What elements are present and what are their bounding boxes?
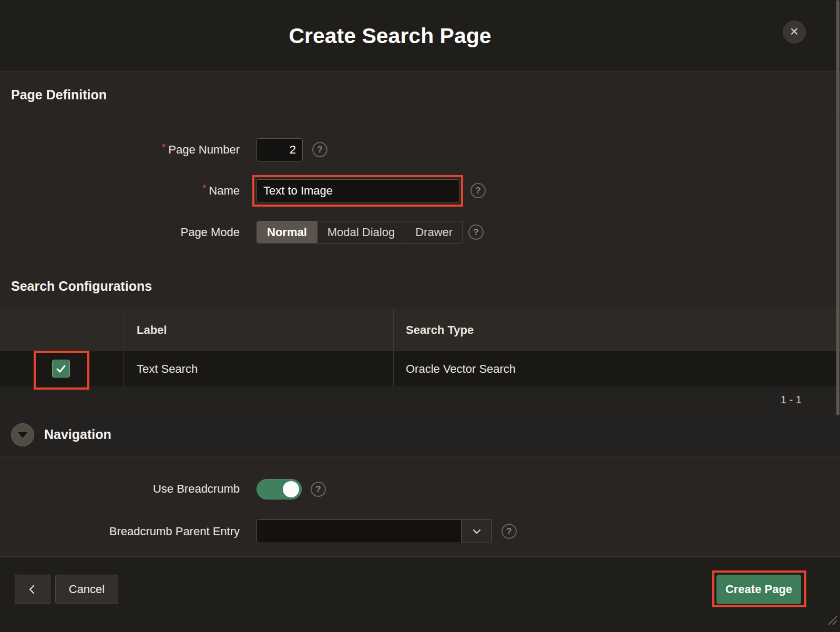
triangle-down-icon [18,432,27,438]
name-label: *Name [202,179,240,203]
resize-grip[interactable] [822,610,838,626]
scrollbar-thumb[interactable] [836,0,839,415]
table-row: Text Search Oracle Vector Search [0,351,840,386]
required-asterisk: * [202,177,206,200]
page-number-input[interactable] [257,138,303,161]
use-breadcrumb-label: Use Breadcrumb [153,477,240,501]
question-mark-icon: ? [506,526,511,537]
help-icon-use-breadcrumb[interactable]: ? [311,482,326,497]
page-definition-heading: Page Definition [0,72,840,118]
navigation-heading: Navigation [44,413,111,456]
divider [393,309,394,386]
question-mark-icon: ? [317,145,322,155]
help-icon-page-number[interactable]: ? [312,142,327,157]
cancel-button[interactable]: Cancel [55,575,118,604]
question-mark-icon: ? [473,227,478,238]
question-mark-icon: ? [315,484,321,495]
use-breadcrumb-toggle[interactable] [257,479,302,500]
help-icon-breadcrumb-parent[interactable]: ? [501,524,517,539]
create-page-button[interactable]: Create Page [716,575,801,604]
required-asterisk: * [162,136,166,159]
column-header-search-type: Search Type [406,309,474,351]
column-header-label: Label [137,309,167,351]
navigation-section-header: Navigation [0,413,840,456]
page-number-label: *Page Number [162,138,240,162]
cell-label: Text Search [137,351,198,386]
select-value [257,520,461,543]
page-mode-segmented-control: Normal Modal Dialog Drawer [257,221,463,243]
chevron-down-icon [470,525,483,538]
back-button[interactable] [15,575,50,604]
resize-grip-icon [822,610,838,626]
toggle-knob [283,481,299,497]
cell-search-type: Oracle Vector Search [406,351,516,386]
dialog-title: Create Search Page [0,0,780,72]
create-search-page-dialog: Create Search Page × Page Definition *Pa… [0,0,840,632]
checkmark-icon [55,362,67,375]
navigation-collapse-button[interactable] [11,423,34,446]
dialog-footer: Cancel Create Page [0,556,840,632]
select-dropdown-button[interactable] [461,520,491,543]
close-icon: × [790,24,798,39]
breadcrumb-parent-entry-select[interactable] [257,519,492,543]
breadcrumb-parent-entry-label: Breadcrumb Parent Entry [109,519,240,543]
name-input[interactable] [257,179,459,202]
help-icon-name[interactable]: ? [470,183,486,198]
config-table-header-row: Label Search Type [0,309,840,351]
segment-modal-dialog[interactable]: Modal Dialog [317,221,405,243]
page-mode-label: Page Mode [180,221,240,243]
search-configurations-heading: Search Configurations [0,264,840,309]
segment-drawer[interactable]: Drawer [405,221,463,243]
question-mark-icon: ? [475,186,480,196]
pagination-bar: 1 - 1 [0,386,840,413]
row-select-checkbox[interactable] [52,360,70,378]
divider [124,309,124,386]
chevron-left-icon [26,583,39,596]
close-button[interactable]: × [783,21,806,44]
dialog-header: Create Search Page × [0,0,840,72]
segment-normal[interactable]: Normal [257,221,317,243]
help-icon-page-mode[interactable]: ? [468,225,484,240]
pagination-range: 1 - 1 [781,386,802,413]
